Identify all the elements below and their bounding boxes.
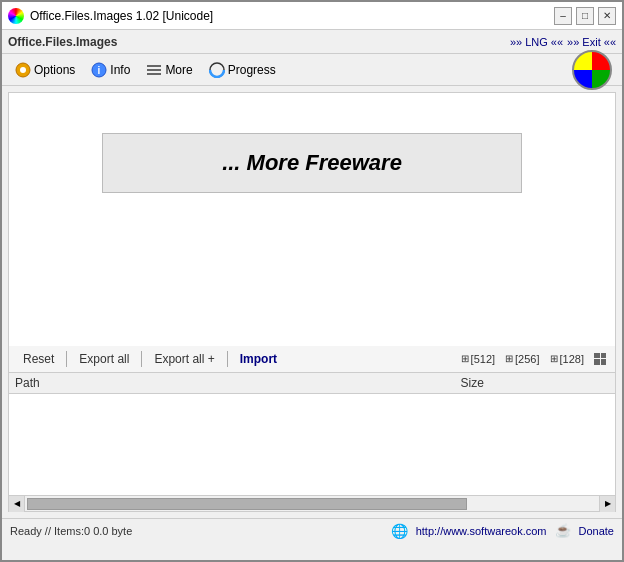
status-text: Ready // Items:0 0.0 byte xyxy=(10,525,132,537)
size-128-label: [128] xyxy=(560,353,584,365)
app-logo xyxy=(572,50,612,90)
window-controls: – □ ✕ xyxy=(554,7,616,25)
size-256-icon: ⊞ xyxy=(505,353,513,364)
title-bar: Office.Files.Images 1.02 [Unicode] – □ ✕ xyxy=(2,2,622,30)
window-title: Office.Files.Images 1.02 [Unicode] xyxy=(30,9,213,23)
maximize-button[interactable]: □ xyxy=(576,7,594,25)
separator-1 xyxy=(66,351,67,367)
info-label: Info xyxy=(110,63,130,77)
toolbar: Options i Info More Progress xyxy=(2,54,622,86)
options-button[interactable]: Options xyxy=(8,59,82,81)
menu-bar: Office.Files.Images »» LNG «« »» Exit «« xyxy=(2,30,622,54)
title-bar-left: Office.Files.Images 1.02 [Unicode] xyxy=(8,8,213,24)
svg-rect-5 xyxy=(147,69,161,71)
hscroll-left-arrow[interactable]: ◀ xyxy=(9,496,25,512)
size-512-icon: ⊞ xyxy=(461,353,469,364)
exit-button[interactable]: »» Exit «« xyxy=(567,36,616,48)
svg-text:i: i xyxy=(98,65,101,76)
svg-rect-4 xyxy=(147,65,161,67)
globe-icon: 🌐 xyxy=(391,523,408,539)
donate-link[interactable]: Donate xyxy=(579,525,614,537)
import-button[interactable]: Import xyxy=(232,350,285,368)
size-512-button[interactable]: ⊞ [512] xyxy=(458,352,498,366)
more-button[interactable]: More xyxy=(139,59,199,81)
size-256-label: [256] xyxy=(515,353,539,365)
progress-button[interactable]: Progress xyxy=(202,59,283,81)
col-path-header: Path xyxy=(15,376,461,390)
status-bar: Ready // Items:0 0.0 byte 🌐 http://www.s… xyxy=(2,518,622,542)
hscroll-thumb[interactable] xyxy=(27,498,467,510)
progress-icon xyxy=(209,62,225,78)
app-window: Office.Files.Images 1.02 [Unicode] – □ ✕… xyxy=(0,0,624,562)
options-icon xyxy=(15,62,31,78)
more-icon xyxy=(146,62,162,78)
file-list-body[interactable] xyxy=(9,394,615,491)
svg-point-1 xyxy=(20,67,26,73)
minimize-button[interactable]: – xyxy=(554,7,572,25)
close-button[interactable]: ✕ xyxy=(598,7,616,25)
freeware-text: ... More Freeware xyxy=(222,150,402,175)
separator-2 xyxy=(141,351,142,367)
grid-view-button[interactable] xyxy=(591,352,609,366)
action-bar: Reset Export all Export all + Import ⊞ [… xyxy=(9,346,615,373)
size-256-button[interactable]: ⊞ [256] xyxy=(502,352,542,366)
coffee-icon: ☕ xyxy=(555,523,571,538)
file-list-header: Path Size xyxy=(9,373,615,394)
info-icon: i xyxy=(91,62,107,78)
hscroll-right-arrow[interactable]: ▶ xyxy=(599,496,615,512)
status-right: 🌐 http://www.softwareok.com ☕ Donate xyxy=(391,523,614,539)
size-128-button[interactable]: ⊞ [128] xyxy=(547,352,587,366)
app-icon xyxy=(8,8,24,24)
file-list: Path Size xyxy=(9,373,615,496)
export-all-plus-button[interactable]: Export all + xyxy=(146,350,222,368)
main-content: ... More Freeware Reset Export all Expor… xyxy=(8,92,616,512)
options-label: Options xyxy=(34,63,75,77)
separator-3 xyxy=(227,351,228,367)
grid-icon xyxy=(594,353,606,365)
more-label: More xyxy=(165,63,192,77)
reset-button[interactable]: Reset xyxy=(15,350,62,368)
info-button[interactable]: i Info xyxy=(84,59,137,81)
hscroll[interactable]: ◀ ▶ xyxy=(9,495,615,511)
size-buttons: ⊞ [512] ⊞ [256] ⊞ [128] xyxy=(458,352,609,366)
menu-right: »» LNG «« »» Exit «« xyxy=(510,36,616,48)
progress-label: Progress xyxy=(228,63,276,77)
svg-rect-6 xyxy=(147,73,161,75)
freeware-banner[interactable]: ... More Freeware xyxy=(102,133,522,193)
col-size-header: Size xyxy=(461,376,610,390)
size-128-icon: ⊞ xyxy=(550,353,558,364)
app-name-label: Office.Files.Images xyxy=(8,35,117,49)
size-512-label: [512] xyxy=(471,353,495,365)
export-all-button[interactable]: Export all xyxy=(71,350,137,368)
website-link[interactable]: http://www.softwareok.com xyxy=(416,525,547,537)
lng-button[interactable]: »» LNG «« xyxy=(510,36,563,48)
